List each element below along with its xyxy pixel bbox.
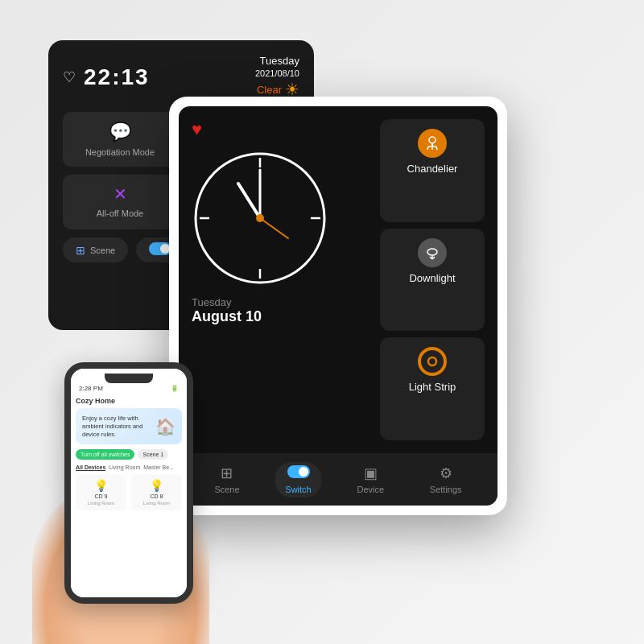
switch-nav-label: Switch <box>285 485 311 494</box>
bg-date-label: 2021/08/10 <box>255 68 299 78</box>
alloff-icon: ✕ <box>114 184 127 204</box>
bg-time-display: 22:13 <box>84 64 150 90</box>
svg-point-15 <box>427 249 437 255</box>
scene-nav-icon: ⊞ <box>221 464 233 482</box>
bg-date-weather: Tuesday 2021/08/10 Clear ☀ <box>255 55 299 99</box>
fg-heart-icon: ♥ <box>192 119 370 140</box>
fg-tile-lightstrip[interactable]: Light Strip <box>380 337 485 440</box>
switch-nav-icon <box>287 465 310 482</box>
phone-btn-alloff[interactable]: Turn off all switches <box>76 449 134 460</box>
phone-status-bar: 2:28 PM 🔋 <box>76 383 182 394</box>
cd8-name: CD 8 <box>151 493 163 499</box>
chandelier-label: Chandelier <box>407 163 458 175</box>
svg-point-9 <box>429 137 436 143</box>
fg-date-section: Tuesday August 10 <box>192 296 370 325</box>
phone-banner: Enjoy a cozy life with ambient indicator… <box>76 408 182 444</box>
switch-toggle-icon <box>149 242 171 258</box>
cd9-name: CD 9 <box>95 493 108 499</box>
bg-scene-label: Scene <box>90 246 115 255</box>
device-nav-label: Device <box>357 485 384 494</box>
phone-screen: 2:28 PM 🔋 Cozy Home Enjoy a cozy life wi… <box>71 369 187 597</box>
phone-time: 2:28 PM <box>79 385 103 392</box>
phone-title: Cozy Home <box>76 397 182 405</box>
bg-tile-negotiation[interactable]: 💬 Negotiation Mode <box>63 112 177 167</box>
bg-weather-text: Clear <box>257 84 282 96</box>
fg-day-label: Tuesday <box>192 296 370 308</box>
settings-nav-icon: ⚙ <box>440 464 452 482</box>
fg-left-panel: ♥ <box>192 119 370 440</box>
bg-tile-alloff[interactable]: ✕ All-off Mode <box>63 175 177 229</box>
cd8-room: Living Room <box>143 501 170 506</box>
phone-tabs: All Devices Living Room Master Be... <box>76 464 182 471</box>
cd8-icon: 💡 <box>150 479 163 492</box>
bg-day-label: Tuesday <box>260 55 299 67</box>
switch-toggle <box>287 465 310 478</box>
analog-clock <box>192 150 328 287</box>
svg-line-12 <box>427 147 428 150</box>
fg-right-panel: Chandelier Downlight Light Strip <box>380 119 485 440</box>
negotiation-label: Negotiation Mode <box>85 147 155 157</box>
cd9-icon: 💡 <box>94 479 108 492</box>
nav-switch[interactable]: Switch <box>275 462 320 497</box>
negotiation-icon: 💬 <box>109 122 131 142</box>
downlight-icon <box>418 238 447 267</box>
phone-action-buttons: Turn off all switches Scene 1 <box>76 449 182 460</box>
phone-device-list: 💡 CD 9 Living Room 💡 CD 8 Living Room <box>76 474 182 510</box>
phone-notch <box>105 374 153 383</box>
bg-header: ♡ 22:13 Tuesday 2021/08/10 Clear ☀ <box>63 55 299 99</box>
lightstrip-icon <box>418 347 447 376</box>
phone-home-icon: 🏠 <box>155 417 175 436</box>
nav-device[interactable]: ▣ Device <box>347 461 394 497</box>
bg-heart-icon: ♡ <box>63 68 76 86</box>
phone-banner-text: Enjoy a cozy life with ambient indicator… <box>82 415 151 438</box>
device-nav-icon: ▣ <box>364 464 378 482</box>
chandelier-icon <box>418 129 447 158</box>
svg-point-19 <box>428 357 436 365</box>
phone-battery-icon: 🔋 <box>171 385 179 392</box>
phone-device: 2:28 PM 🔋 Cozy Home Enjoy a cozy life wi… <box>64 362 193 604</box>
fg-tile-chandelier[interactable]: Chandelier <box>380 119 485 222</box>
scene-grid-icon: ⊞ <box>76 244 85 257</box>
lightstrip-label: Light Strip <box>409 381 456 393</box>
scene-nav-label: Scene <box>214 485 239 494</box>
nav-settings[interactable]: ⚙ Settings <box>420 461 472 497</box>
toggle-visual <box>149 242 171 255</box>
phone-device-cd9[interactable]: 💡 CD 9 Living Room <box>76 474 126 510</box>
phone-device-cd8[interactable]: 💡 CD 8 Living Room <box>131 474 182 510</box>
clock-svg <box>192 150 328 287</box>
phone-tab-living[interactable]: Living Room <box>109 464 140 471</box>
phone-tab-all[interactable]: All Devices <box>76 464 105 471</box>
svg-line-5 <box>238 184 260 218</box>
svg-point-8 <box>256 214 264 222</box>
phone-btn-scene[interactable]: Scene 1 <box>138 449 168 460</box>
fg-main-content: ♥ <box>179 106 497 453</box>
foreground-device: ♥ <box>169 97 507 515</box>
downlight-label: Downlight <box>409 272 455 284</box>
svg-line-13 <box>436 147 437 150</box>
settings-nav-label: Settings <box>430 485 462 494</box>
cd9-room: Living Room <box>88 501 114 506</box>
alloff-label: All-off Mode <box>97 208 144 218</box>
fg-date-label: August 10 <box>192 308 370 325</box>
fg-tile-downlight[interactable]: Downlight <box>380 229 485 332</box>
svg-line-7 <box>260 218 288 238</box>
nav-scene[interactable]: ⊞ Scene <box>204 461 249 497</box>
phone-tab-master[interactable]: Master Be... <box>143 464 174 471</box>
fg-screen: ♥ <box>179 106 497 506</box>
bg-scene-button[interactable]: ⊞ Scene <box>63 237 128 262</box>
fg-bottom-nav: ⊞ Scene Switch ▣ Device ⚙ Settings <box>179 453 497 506</box>
